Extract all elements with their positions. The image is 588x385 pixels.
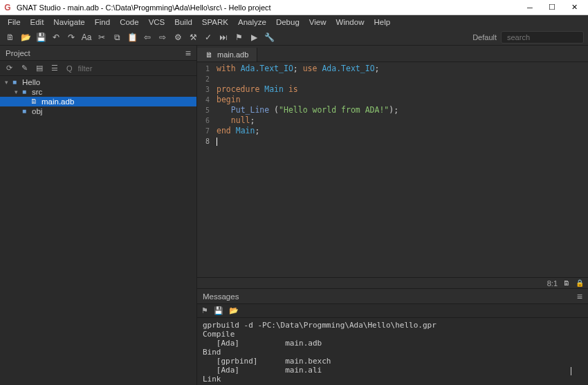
toolbar-preset-label[interactable]: Default: [472, 33, 497, 41]
nav-forward-icon[interactable]: ⇨: [156, 31, 169, 44]
tree-row-main-adb[interactable]: 🗎 main.adb: [0, 97, 196, 106]
build-all-icon[interactable]: ⚙: [172, 31, 184, 44]
tree-label: Hello: [22, 78, 40, 86]
minimize-button[interactable]: ─: [519, 3, 541, 12]
project-sidebar: Project ≡ ⟳ ✎ ▤ ☰ Q ▾ ■ Hello ▾ ■ src: [0, 46, 197, 385]
menu-edit[interactable]: Edit: [26, 17, 49, 28]
menubar: File Edit Navigate Find Code VCS Build S…: [0, 15, 588, 29]
tree-row-hello[interactable]: ▾ ■ Hello: [0, 77, 196, 87]
edit-project-icon[interactable]: ✎: [18, 62, 30, 75]
text-cursor: [217, 138, 217, 146]
project-filter-input[interactable]: [75, 64, 194, 73]
status-file-icon[interactable]: 🗎: [563, 279, 570, 287]
messages-toolbar: ⚑ 💾 📂: [197, 304, 588, 318]
refresh-icon[interactable]: ⟳: [3, 62, 15, 75]
editor-statusbar: 8:1 🗎 🔒: [197, 277, 588, 288]
menu-navigate[interactable]: Navigate: [48, 17, 89, 28]
status-lock-icon[interactable]: 🔒: [576, 279, 584, 287]
menu-debug[interactable]: Debug: [271, 17, 304, 28]
folder-icon: ■: [19, 88, 29, 96]
messages-panel-header: Messages ≡: [197, 289, 588, 304]
tree-row-src[interactable]: ▾ ■ src: [0, 87, 196, 97]
cursor-position: 8:1: [547, 279, 558, 288]
caret-icon[interactable]: ▾: [12, 88, 19, 95]
folder-icon: ■: [19, 107, 29, 115]
menu-view[interactable]: View: [304, 17, 331, 28]
nav-back-icon[interactable]: ⇦: [141, 31, 154, 44]
folder-icon: ■: [10, 78, 19, 86]
run-icon[interactable]: ▶: [248, 31, 260, 44]
toolbar: 🗎 📂 💾 ↶ ↷ Aa ✂ ⧉ 📋 ⇦ ⇨ ⚙ ⚒ ✓ ⏭ ⚑ ▶ 🔧 Def…: [0, 29, 588, 46]
menu-find[interactable]: Find: [90, 17, 115, 28]
redo-icon[interactable]: ↷: [65, 31, 77, 44]
panel-menu-icon[interactable]: ≡: [185, 48, 191, 59]
editor-area: 🗎 main.adb 1 2 3 4 5 6 7 8 with Ada.Text…: [197, 46, 588, 385]
menu-code[interactable]: Code: [115, 17, 144, 28]
menu-help[interactable]: Help: [369, 17, 395, 28]
menu-analyze[interactable]: Analyze: [233, 17, 271, 28]
new-file-icon[interactable]: 🗎: [4, 31, 17, 44]
messages-cursor: [571, 367, 571, 375]
menu-window[interactable]: Window: [331, 17, 369, 28]
titlebar: G GNAT Studio - main.adb - C:\Data\Progm…: [0, 0, 588, 15]
inspect-icon[interactable]: 🔧: [263, 31, 275, 44]
paste-icon[interactable]: 📋: [126, 31, 138, 44]
tree-row-obj[interactable]: ■ obj: [0, 106, 196, 116]
caret-icon[interactable]: ▾: [3, 79, 10, 86]
code-editor[interactable]: 1 2 3 4 5 6 7 8 with Ada.Text_IO; use Ad…: [197, 62, 588, 277]
tree-label: src: [32, 88, 42, 96]
cut-icon[interactable]: ✂: [95, 31, 108, 44]
build-check-icon[interactable]: ✓: [202, 31, 214, 44]
menu-build[interactable]: Build: [169, 17, 197, 28]
editor-tabs: 🗎 main.adb: [197, 46, 588, 62]
step-over-icon[interactable]: ⏭: [217, 31, 230, 44]
messages-panel: Messages ≡ ⚑ 💾 📂 gprbuild -d -PC:\Data\P…: [197, 288, 588, 385]
save-messages-icon[interactable]: 💾: [214, 306, 223, 315]
undo-icon[interactable]: ↶: [50, 31, 62, 44]
file-icon: 🗎: [29, 97, 39, 106]
tree-view-icon[interactable]: ☰: [48, 62, 61, 75]
file-icon: 🗎: [205, 50, 213, 59]
project-tree: ▾ ■ Hello ▾ ■ src 🗎 main.adb ■ obj: [0, 76, 196, 385]
omni-search-input[interactable]: [501, 31, 584, 44]
copy-icon[interactable]: ⧉: [111, 31, 123, 44]
export-messages-icon[interactable]: 📂: [229, 306, 239, 315]
tree-label: obj: [32, 107, 42, 115]
menu-spark[interactable]: SPARK: [197, 17, 233, 28]
menu-vcs[interactable]: VCS: [144, 17, 170, 28]
tree-label: main.adb: [42, 97, 74, 106]
flat-view-icon[interactable]: ▤: [33, 62, 46, 75]
case-sensitive-icon[interactable]: Aa: [80, 31, 93, 44]
editor-tab-main-adb[interactable]: 🗎 main.adb: [197, 48, 257, 62]
messages-panel-title: Messages: [203, 292, 239, 301]
project-toolbar: ⟳ ✎ ▤ ☰ Q: [0, 61, 196, 76]
app-logo-icon: G: [3, 3, 12, 12]
project-panel-header: Project ≡: [0, 46, 196, 61]
maximize-button[interactable]: ☐: [541, 3, 563, 12]
messages-output[interactable]: gprbuild -d -PC:\Data\Progmming\Ada\Hell…: [197, 318, 588, 385]
open-folder-icon[interactable]: 📂: [19, 31, 32, 44]
panel-menu-icon[interactable]: ≡: [577, 291, 582, 302]
menu-file[interactable]: File: [3, 17, 26, 28]
close-button[interactable]: ✕: [563, 3, 585, 12]
build-clean-icon[interactable]: ⚒: [187, 31, 199, 44]
filter-prefix-icon: Q: [66, 64, 73, 73]
clear-messages-icon[interactable]: ⚑: [201, 306, 208, 315]
editor-tab-label: main.adb: [217, 50, 248, 59]
project-panel-title: Project: [6, 49, 30, 57]
line-gutter: 1 2 3 4 5 6 7 8: [197, 62, 212, 277]
debug-config-icon[interactable]: ⚑: [232, 31, 245, 44]
code-content[interactable]: with Ada.Text_IO; use Ada.Text_IO; proce…: [212, 62, 588, 277]
save-icon[interactable]: 💾: [35, 31, 47, 44]
window-title: GNAT Studio - main.adb - C:\Data\Progmmi…: [17, 3, 519, 12]
